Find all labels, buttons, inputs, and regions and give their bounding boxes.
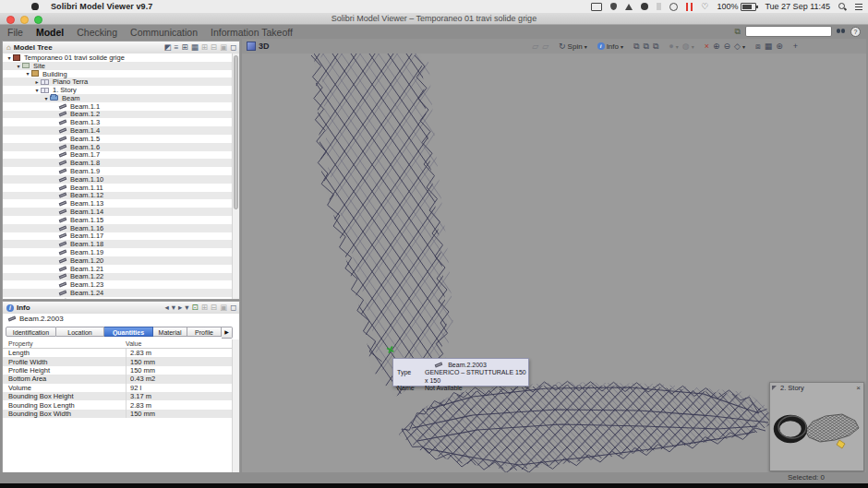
history-forward-caret[interactable]: ▾ <box>185 304 188 312</box>
menu-information-takeoff[interactable]: Information Takeoff <box>211 27 293 38</box>
disclosure-open-icon[interactable]: ▾ <box>15 63 22 69</box>
scrollbar-thumb[interactable] <box>234 55 238 209</box>
tree-row[interactable]: Beam.1.22 <box>3 273 233 281</box>
disclosure-closed-icon[interactable]: ▸ <box>33 78 41 85</box>
maximize-panel-icon[interactable]: ⊞ <box>201 304 208 312</box>
tree-row[interactable]: ▾Site <box>3 62 233 70</box>
app-status-icon[interactable] <box>641 3 648 10</box>
tree-row[interactable]: Beam.1.25 <box>3 297 233 299</box>
tree-row[interactable]: ▾Temporaneo 01 travi solide grige <box>3 54 233 62</box>
property-row[interactable]: Profile Height150 mm <box>3 366 233 375</box>
maximize-panel-icon[interactable]: ⊞ <box>201 43 208 52</box>
disclosure-open-icon[interactable]: ▾ <box>33 87 41 93</box>
tree-row[interactable]: Beam.1.12 <box>3 192 233 200</box>
zoom-out-icon[interactable]: ⊖ <box>723 42 730 51</box>
update-model-icon[interactable]: ⧉ <box>643 42 648 51</box>
settings-icon[interactable]: ⊛ <box>776 42 783 51</box>
disclosure-open-icon[interactable]: ▾ <box>24 70 31 77</box>
measure-dropdown[interactable]: ◇▾ <box>734 42 745 51</box>
find-binoculars-icon[interactable] <box>837 29 846 34</box>
tree-row[interactable]: ▾1. Story <box>3 86 233 94</box>
history-forward-icon[interactable]: ▸ <box>178 304 182 312</box>
battery-indicator[interactable]: 100% <box>717 2 756 11</box>
shield-icon[interactable] <box>610 3 617 10</box>
tree-row[interactable]: Beam.1.13 <box>3 199 233 208</box>
help-icon[interactable]: ? <box>850 27 861 37</box>
layers-icon[interactable]: ⧉ <box>653 42 658 51</box>
history-back-caret[interactable]: ▾ <box>172 304 175 312</box>
disclosure-open-icon[interactable]: ▾ <box>6 54 13 61</box>
story-overview-window[interactable]: 2. Story × <box>769 382 864 471</box>
tab-location[interactable]: Location <box>56 327 104 337</box>
notification-center-icon[interactable] <box>855 4 862 6</box>
more-tabs-button[interactable]: ▶ <box>222 327 233 339</box>
add-file-icon[interactable]: ⧉ <box>633 42 639 51</box>
float-panel-icon[interactable]: ◻ <box>230 43 236 52</box>
property-row[interactable]: Profile Width150 mm <box>3 357 233 365</box>
menu-model[interactable]: Model <box>36 27 64 38</box>
tree-list-icon[interactable]: ≡ <box>175 43 179 52</box>
menu-checking[interactable]: Checking <box>77 27 117 38</box>
selection-basket-icon[interactable]: ◩ <box>164 43 172 52</box>
minimize-panel-icon[interactable]: ⊟ <box>211 304 217 312</box>
expand-branch-icon[interactable]: ⊞ <box>182 43 188 52</box>
tree-row[interactable]: Beam.1.16 <box>3 224 233 232</box>
tree-row[interactable]: Beam.1.1 <box>3 102 233 111</box>
tree-row[interactable]: Beam.1.20 <box>3 256 233 265</box>
restore-panel-icon[interactable]: ▣ <box>220 43 227 52</box>
color-mode-dropdown[interactable]: ●▾ <box>669 42 678 51</box>
tab-material[interactable]: Material <box>153 327 187 337</box>
time-machine-icon[interactable] <box>669 3 678 11</box>
property-row[interactable]: Bounding Box Height3.17 m <box>3 392 233 400</box>
clear-selection-icon[interactable]: × <box>705 42 709 51</box>
tree-row[interactable]: Beam.1.18 <box>3 240 233 248</box>
disclosure-open-icon[interactable]: ▾ <box>42 95 50 101</box>
fullscreen-icon[interactable]: + <box>793 42 798 51</box>
apple-menu-icon[interactable] <box>31 3 39 10</box>
restore-panel-icon[interactable]: ▣ <box>220 304 227 312</box>
tab-identification[interactable]: Identification <box>6 327 56 337</box>
tree-row[interactable]: ▾Beam <box>3 94 233 102</box>
tree-row[interactable]: Beam.1.6 <box>3 143 233 151</box>
property-row[interactable]: Volume92 l <box>3 384 233 392</box>
mac-app-name[interactable]: Solibri Model Viewer v9.7 <box>51 2 152 11</box>
info-mode-button[interactable]: iInfo▾ <box>597 42 623 51</box>
tree-row[interactable]: Beam.1.11 <box>3 184 233 192</box>
section-icon[interactable]: ⧈ <box>755 42 761 51</box>
tree-row[interactable]: ▸Piano Terra <box>3 77 233 86</box>
tree-row[interactable]: Beam.1.10 <box>3 175 233 184</box>
display-icon[interactable] <box>591 3 602 11</box>
play-triangle-icon[interactable] <box>625 4 633 10</box>
property-row[interactable]: Bottom Area0.43 m2 <box>3 375 233 383</box>
transparency-dropdown[interactable]: ◍▾ <box>682 42 694 51</box>
info-scrollbar[interactable] <box>232 339 239 488</box>
view3d-tab[interactable]: 3D <box>259 42 270 51</box>
tree-row[interactable]: Beam.1.5 <box>3 135 233 143</box>
spotlight-search-icon[interactable] <box>838 3 847 11</box>
tree-row[interactable]: Beam.1.17 <box>3 232 233 241</box>
notes-icon[interactable]: ⧉ <box>735 27 741 37</box>
footprint-grid-icon[interactable]: ▦ <box>765 42 773 51</box>
report-icon[interactable]: ⊡ <box>192 304 199 312</box>
tree-row[interactable]: Beam.1.9 <box>3 167 233 175</box>
tree-row[interactable]: Beam.1.15 <box>3 216 233 224</box>
menu-communication[interactable]: Communication <box>130 27 198 38</box>
tree-row[interactable]: Beam.1.24 <box>3 289 233 297</box>
tab-quantities[interactable]: Quantities <box>104 327 153 337</box>
tab-profile[interactable]: Profile <box>187 327 222 337</box>
minimize-panel-icon[interactable]: ⊟ <box>211 43 217 52</box>
heart-icon[interactable]: ♡ <box>701 3 708 11</box>
tree-row[interactable]: Beam.1.14 <box>3 208 233 216</box>
property-row[interactable]: Bounding Box Width150 mm <box>3 410 233 418</box>
float-panel-icon[interactable]: ◻ <box>230 304 236 312</box>
tree-row[interactable]: ▾Building <box>3 70 233 78</box>
tree-row[interactable]: Beam.1.8 <box>3 159 233 167</box>
tree-row[interactable]: Beam.1.2 <box>3 111 233 119</box>
grid-view-icon[interactable]: ▦ <box>191 43 199 52</box>
camera-mode-icon[interactable]: ▱ <box>542 42 549 51</box>
search-input[interactable] <box>745 26 832 37</box>
menubar-clock[interactable]: Tue 27 Sep 11:45 <box>765 2 830 11</box>
zoom-in-icon[interactable]: ⊕ <box>713 42 720 51</box>
viewport-3d[interactable]: Beam.2.2003 Type GENERICO – STRUTTURALE … <box>242 54 866 472</box>
tree-row[interactable]: Beam.1.21 <box>3 265 233 273</box>
